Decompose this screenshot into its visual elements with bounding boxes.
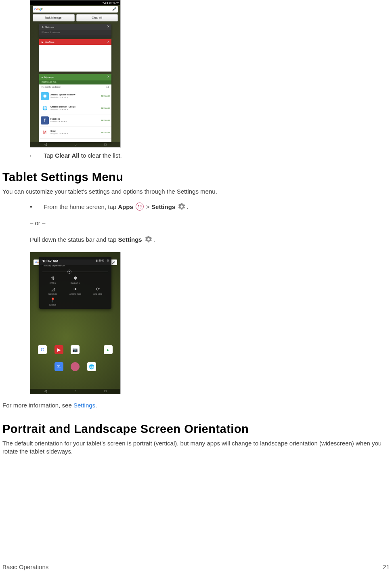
wifi-icon: ⇅ bbox=[51, 275, 55, 281]
back-icon[interactable]: ◁ bbox=[44, 389, 47, 394]
or-divider: – or – bbox=[30, 219, 390, 227]
text: Pull down the status bar and tap bbox=[30, 236, 118, 243]
recent-card-settings[interactable]: ⚙Settings✕ Wireless & networks bbox=[39, 24, 111, 38]
tile-airplane[interactable]: ✈Airplane mode bbox=[65, 286, 86, 295]
app-icon: f bbox=[41, 116, 49, 124]
settings-icon bbox=[145, 235, 153, 243]
recent-icon[interactable]: □ bbox=[105, 143, 107, 147]
text: For more information, see bbox=[2, 402, 73, 409]
text: From the home screen, tap bbox=[44, 203, 118, 210]
back-icon[interactable]: ◁ bbox=[44, 143, 47, 147]
app-icon[interactable]: 📷 bbox=[71, 345, 80, 354]
app-icon[interactable]: G bbox=[38, 345, 47, 354]
paragraph: The default orientation for your tablet'… bbox=[2, 439, 390, 456]
google-logo: Google bbox=[34, 7, 43, 11]
heading-orientation: Portrait and Landscape Screen Orientatio… bbox=[2, 421, 390, 437]
task-manager-button[interactable]: Task Manager bbox=[33, 14, 75, 21]
google-search-bar[interactable]: Google 🎤 bbox=[33, 6, 118, 13]
list-item[interactable]: 🌐 Chrome Browser - GoogleGoogle Inc. · ★… bbox=[39, 102, 111, 114]
tile-wifi[interactable]: ⇅XXXX ▾ bbox=[42, 275, 63, 285]
gear-icon: ⚙ bbox=[42, 25, 44, 29]
installed-label: INSTALLED bbox=[101, 107, 110, 109]
screenshot-recent-apps: ▾◢ ▮ 10:46 AM Google 🎤 Task Manager Clea… bbox=[30, 0, 121, 148]
app-icon[interactable]: 🌐 bbox=[87, 362, 96, 371]
youtube-icon: ▶ bbox=[42, 40, 44, 44]
tile-empty bbox=[87, 297, 108, 306]
app-icon[interactable]: 31 bbox=[55, 362, 63, 371]
status-bar: ▾◢ ▮ 10:46 AM bbox=[30, 0, 120, 5]
nav-bar[interactable]: ◁○□ bbox=[30, 142, 120, 147]
text: to clear the list. bbox=[80, 152, 122, 159]
brightness-slider[interactable]: ☀ bbox=[42, 272, 108, 272]
bullet-from-home: ■ From the home screen, tap Apps > Setti… bbox=[30, 203, 390, 211]
text-bold: Apps bbox=[118, 203, 133, 210]
bluetooth-icon: ✱ bbox=[73, 275, 77, 281]
rotate-icon: ⟳ bbox=[96, 286, 100, 292]
card-title: My apps bbox=[44, 76, 54, 79]
text-bold: Settings bbox=[118, 236, 142, 243]
text: . bbox=[153, 236, 155, 243]
nav-bar[interactable]: ◁○□ bbox=[30, 389, 120, 394]
battery-label: ▮ 86% bbox=[96, 259, 104, 262]
quick-settings-panel[interactable]: 10:47 AM Thursday, September 10 ▮ 86% ⚙ … bbox=[39, 257, 111, 309]
text: Tap bbox=[44, 152, 55, 159]
text: . bbox=[187, 203, 188, 210]
settings-icon[interactable]: ⚙ bbox=[107, 259, 109, 262]
footer-section: Basic Operations bbox=[2, 563, 48, 571]
recent-card-youtube[interactable]: ▶YouTube✕ bbox=[39, 39, 111, 72]
text: > bbox=[146, 203, 151, 210]
close-icon[interactable]: ✕ bbox=[107, 75, 110, 79]
settings-link[interactable]: Settings bbox=[73, 402, 95, 409]
text-bold: Clear All bbox=[55, 152, 79, 159]
airplane-icon: ✈ bbox=[73, 286, 77, 292]
qs-tiles: ⇅XXXX ▾ ✱Bluetooth ▾ ◿No service ✈Airpla… bbox=[42, 275, 108, 306]
status-icons: ▾◢ ▮ bbox=[103, 1, 108, 4]
recent-card-myapps[interactable]: ▸My apps✕ INSTALLED ALL Recently updated… bbox=[39, 74, 111, 142]
pull-down-line: Pull down the status bar and tap Setting… bbox=[30, 235, 390, 244]
tile-signal[interactable]: ◿No service bbox=[42, 286, 63, 295]
paragraph: You can customize your tablet's settings… bbox=[2, 188, 390, 196]
list-item[interactable]: M GmailGoogle Inc. · ★★★★★ INSTALLED bbox=[39, 127, 111, 139]
tile-empty bbox=[87, 275, 108, 285]
list-item[interactable]: ⬢ Android System WebViewGoogle Inc. · ★★… bbox=[39, 90, 111, 102]
card-title: Settings bbox=[45, 25, 54, 29]
tile-bluetooth[interactable]: ✱Bluetooth ▾ bbox=[65, 275, 86, 285]
close-icon[interactable]: ✕ bbox=[107, 25, 110, 29]
location-icon: 📍 bbox=[50, 297, 56, 303]
home-row: G ▶ 📷 ▸ bbox=[30, 345, 120, 354]
mic-icon[interactable]: 🎤 bbox=[112, 7, 116, 12]
list-item[interactable]: f FacebookFacebook · ★★★★★ INSTALLED bbox=[39, 114, 111, 127]
app-icon[interactable]: ▶ bbox=[55, 345, 63, 354]
tile-empty bbox=[65, 297, 86, 306]
home-icon[interactable]: ○ bbox=[75, 143, 77, 147]
signal-icon: ◿ bbox=[51, 286, 55, 292]
footer-page-number: 21 bbox=[383, 563, 390, 571]
apps-icon[interactable] bbox=[71, 362, 80, 371]
tile-location[interactable]: 📍Location bbox=[42, 297, 63, 306]
app-icon[interactable]: ▸ bbox=[104, 345, 113, 354]
play-icon: ▸ bbox=[42, 76, 43, 79]
recent-icon[interactable]: □ bbox=[105, 389, 107, 394]
tabs[interactable]: INSTALLED ALL bbox=[39, 80, 111, 84]
settings-icon bbox=[178, 203, 186, 211]
home-icon[interactable]: ○ bbox=[75, 389, 77, 394]
status-time: 10:46 AM bbox=[109, 1, 119, 4]
app-icon: 🌐 bbox=[41, 104, 49, 112]
app-icon bbox=[87, 345, 96, 354]
card-title: YouTube bbox=[45, 40, 55, 44]
app-icon: ⬢ bbox=[41, 92, 49, 100]
bullet-icon: ▪ bbox=[30, 153, 34, 159]
clear-all-button[interactable]: Clear All bbox=[76, 14, 118, 21]
text: . bbox=[95, 402, 97, 409]
section-header: Recently updated16 bbox=[39, 84, 111, 90]
brightness-icon: ☀ bbox=[67, 270, 71, 274]
installed-label: INSTALLED bbox=[101, 119, 110, 121]
close-icon[interactable]: ✕ bbox=[107, 40, 110, 44]
bullet-clear-all: ▪ Tap Clear All to clear the list. bbox=[30, 152, 390, 160]
mic-icon[interactable]: 🎤 bbox=[112, 261, 115, 264]
text-bold: Settings bbox=[151, 203, 175, 210]
app-icon: M bbox=[41, 129, 49, 137]
screenshot-quick-settings: Google 🎤 10:47 AM Thursday, September 10… bbox=[30, 252, 121, 394]
tile-rotate[interactable]: ⟳Auto-rotate bbox=[87, 286, 108, 295]
bullet-icon: ■ bbox=[30, 204, 34, 209]
